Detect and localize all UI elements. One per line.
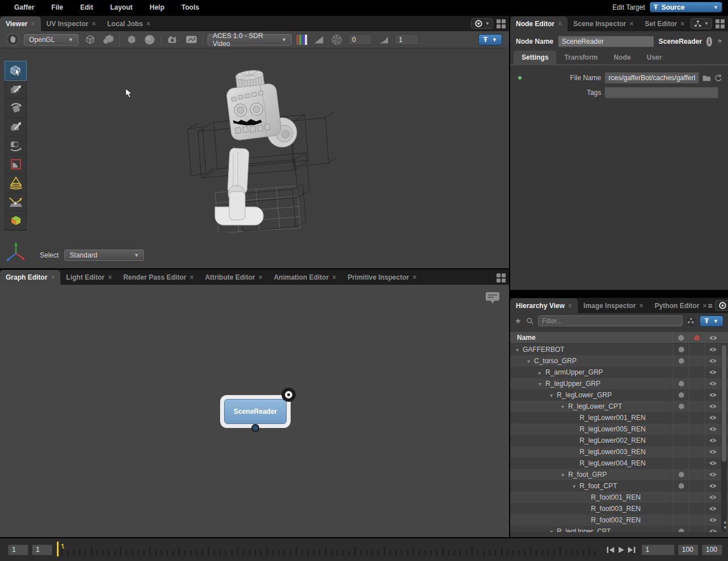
close-icon[interactable]: × <box>568 302 572 310</box>
expander-icon[interactable]: ▾ <box>573 483 580 489</box>
geometry-cell[interactable] <box>673 344 689 355</box>
menu-tools[interactable]: Tools <box>173 3 208 11</box>
channel-select-icon[interactable] <box>296 35 307 45</box>
geometry-cell[interactable] <box>673 412 689 423</box>
menu-hamburger-icon[interactable]: ≡ <box>708 301 713 310</box>
subtab-node[interactable]: Node <box>606 51 639 64</box>
menu-help[interactable]: Help <box>141 3 173 11</box>
tab-hierarchy-view[interactable]: Hierarchy View× <box>510 298 578 313</box>
exclusion-cell[interactable] <box>689 480 705 492</box>
close-icon[interactable]: × <box>639 302 643 310</box>
name-column-header[interactable]: Name <box>510 334 673 342</box>
range-end-field[interactable] <box>678 545 698 555</box>
eye-icon[interactable] <box>709 392 717 398</box>
eye-icon[interactable] <box>709 358 717 364</box>
menu-layout[interactable]: Layout <box>102 3 141 11</box>
folder-browse-icon[interactable] <box>702 74 711 82</box>
tab-node-editor[interactable]: Node Editor× <box>510 16 568 31</box>
close-icon[interactable]: × <box>92 20 96 28</box>
clipping-icon[interactable] <box>312 33 325 47</box>
close-icon[interactable]: × <box>558 20 562 28</box>
tree-row[interactable]: R_foot002_REN <box>510 514 728 526</box>
exclusion-cell[interactable] <box>689 378 705 389</box>
scale-tool-button[interactable] <box>5 118 26 136</box>
viewer-edit-scope-button[interactable]: Ŧ ▼ <box>478 34 502 45</box>
eye-icon[interactable] <box>709 415 717 421</box>
gamma-icon[interactable] <box>377 33 390 47</box>
expander-icon[interactable]: ▾ <box>539 381 545 387</box>
tree-row[interactable]: ▾R_legLower_CPT <box>510 401 728 412</box>
tab-animation-editor[interactable]: Animation Editor× <box>268 270 342 285</box>
node-output-port[interactable] <box>251 424 259 432</box>
exclusion-cell[interactable] <box>689 435 705 446</box>
camera-icon[interactable] <box>166 33 180 47</box>
timeline-ruler[interactable]: 1 <box>56 541 601 558</box>
expander-icon[interactable]: ▾ <box>550 392 557 398</box>
node-graph-menu-button[interactable]: ▼ <box>690 18 712 29</box>
close-icon[interactable]: × <box>146 20 150 28</box>
graph-canvas[interactable]: SceneReader <box>0 285 509 537</box>
exclusion-cell[interactable] <box>689 446 705 458</box>
geometry-cell[interactable] <box>673 492 689 503</box>
eye-icon[interactable] <box>709 506 717 512</box>
tree-row[interactable]: ▾R_legLower_GRP <box>510 389 728 401</box>
scene-reader-node[interactable]: SceneReader <box>220 395 291 428</box>
solid-shading-icon[interactable] <box>125 33 138 47</box>
sphere-shading-icon[interactable] <box>143 33 156 47</box>
eye-icon[interactable] <box>709 438 717 443</box>
close-icon[interactable]: × <box>332 273 336 281</box>
standin-tool-button[interactable] <box>5 211 26 230</box>
skip-to-end-icon[interactable] <box>627 546 636 554</box>
filter-options-icon[interactable] <box>686 317 696 326</box>
tree-row[interactable]: ▾C_torso_GRP <box>510 355 728 367</box>
exposure-aperture-icon[interactable] <box>330 33 344 47</box>
menu-gaffer[interactable]: Gaffer <box>6 3 43 11</box>
close-icon[interactable]: × <box>108 273 112 281</box>
tree-row[interactable]: R_legLower005_REN <box>510 423 728 435</box>
viewer-settings-button[interactable]: ▼ <box>471 18 493 29</box>
expander-icon[interactable]: ▾ <box>516 347 523 353</box>
visibility-cell[interactable] <box>705 355 721 367</box>
eye-icon[interactable] <box>709 369 717 375</box>
close-icon[interactable]: × <box>31 20 35 28</box>
geometry-cell[interactable] <box>673 514 689 526</box>
light-tool-button[interactable] <box>5 174 26 193</box>
subtab-settings[interactable]: Settings <box>514 51 556 64</box>
tree-row[interactable]: R_foot001_REN <box>510 492 728 503</box>
frame-field-2[interactable] <box>32 545 52 555</box>
tree-row[interactable]: R_foot003_REN <box>510 503 728 514</box>
tab-image-inspector[interactable]: Image Inspector× <box>578 298 649 313</box>
tree-row[interactable]: ▾GAFFERBOT <box>510 344 728 355</box>
expander-icon[interactable]: ▾ <box>561 472 568 478</box>
pan-hand-icon[interactable] <box>6 33 19 47</box>
viewport-3d[interactable]: Select Standard▼ <box>0 48 509 268</box>
eye-icon[interactable] <box>709 347 717 352</box>
exclusion-cell[interactable] <box>689 492 705 503</box>
exclusion-cell[interactable] <box>689 412 705 423</box>
display-transform-select[interactable]: ACES 1.0 - SDR Video▼ <box>208 34 292 45</box>
geometry-cell[interactable] <box>673 480 689 492</box>
tab-set-editor[interactable]: Set Editor× <box>639 16 690 31</box>
filter-input[interactable] <box>538 315 682 326</box>
light-position-tool-button[interactable] <box>5 193 26 211</box>
eye-icon[interactable] <box>709 494 717 500</box>
eye-icon[interactable] <box>709 517 717 523</box>
play-icon[interactable] <box>617 546 625 554</box>
exclusion-cell[interactable] <box>689 344 705 355</box>
camera-tool-button[interactable] <box>5 136 26 155</box>
bookmark-star-icon[interactable]: ★ <box>515 317 522 325</box>
eye-icon[interactable] <box>709 472 717 477</box>
visibility-cell[interactable] <box>705 401 721 412</box>
vertical-scrollbar[interactable] <box>721 344 727 532</box>
exclusion-cell[interactable] <box>689 458 705 469</box>
tab-render-pass-editor[interactable]: Render Pass Editor× <box>118 270 200 285</box>
tree-row[interactable]: ▾R_legUpper_GRP <box>510 378 728 389</box>
visibility-cell[interactable] <box>705 480 721 492</box>
info-icon[interactable]: i <box>706 37 712 47</box>
exclusion-cell[interactable] <box>689 514 705 526</box>
geometry-cell[interactable] <box>673 378 689 389</box>
exclusion-cell[interactable] <box>689 503 705 514</box>
node-focus-ring[interactable] <box>282 388 296 402</box>
geometry-cell[interactable] <box>673 435 689 446</box>
eye-icon[interactable] <box>709 449 717 455</box>
